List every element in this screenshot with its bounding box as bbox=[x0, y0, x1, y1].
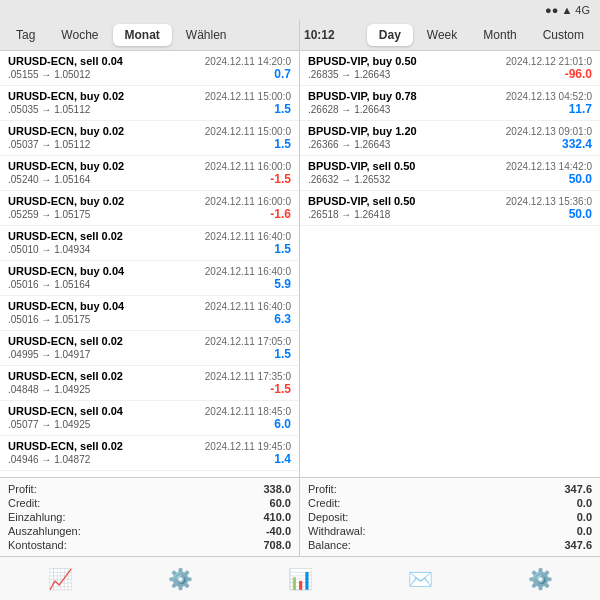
trade-time: 2024.12.11 19:45:0 bbox=[205, 441, 291, 452]
trade-name: URUSD-ECN, sell 0.02 bbox=[8, 335, 123, 347]
trade-profit: 11.7 bbox=[569, 102, 592, 116]
trade-prices: .05016 → 1.05175 bbox=[8, 314, 90, 325]
right-tab-month[interactable]: Month bbox=[471, 24, 528, 46]
trade-prices: .05035 → 1.05112 bbox=[8, 104, 90, 115]
trade-prices: .26632 → 1.26532 bbox=[308, 174, 390, 185]
trade-prices: .05010 → 1.04934 bbox=[8, 244, 90, 255]
trade-item: URUSD-ECN, buy 0.04 2024.12.11 16:40:0 .… bbox=[0, 261, 299, 296]
trade-time: 2024.12.11 16:00:0 bbox=[205, 161, 291, 172]
trade-time: 2024.12.13 14:42:0 bbox=[506, 161, 592, 172]
trade-time: 2024.12.11 17:35:0 bbox=[205, 371, 291, 382]
summary-value: 347.6 bbox=[564, 483, 592, 495]
trade-name: URUSD-ECN, buy 0.02 bbox=[8, 195, 124, 207]
trade-name: URUSD-ECN, sell 0.02 bbox=[8, 230, 123, 242]
trade-prices: .05155 → 1.05012 bbox=[8, 69, 90, 80]
summary-row: Credit:60.0 bbox=[8, 496, 291, 510]
trade-profit: 332.4 bbox=[562, 137, 592, 151]
trade-time: 2024.12.11 18:45:0 bbox=[205, 406, 291, 417]
summary-value: 0.0 bbox=[577, 497, 592, 509]
trade-time: 2024.12.11 16:40:0 bbox=[205, 266, 291, 277]
trade-profit: -1.6 bbox=[270, 207, 291, 221]
trade-profit: -96.0 bbox=[565, 67, 592, 81]
trade-item: URUSD-ECN, sell 0.02 2024.12.11 19:45:0 … bbox=[0, 436, 299, 471]
summary-value: 410.0 bbox=[263, 511, 291, 523]
trade-item: URUSD-ECN, sell 0.02 2024.12.11 17:05:0 … bbox=[0, 331, 299, 366]
trade-time: 2024.12.12 21:01:0 bbox=[506, 56, 592, 67]
trade-item: URUSD-ECN, buy 0.02 2024.12.11 15:00:0 .… bbox=[0, 121, 299, 156]
trade-prices: .05077 → 1.04925 bbox=[8, 419, 90, 430]
trade-prices: .05037 → 1.05112 bbox=[8, 139, 90, 150]
right-panel: 10:12 DayWeekMonthCustom BPUSD-VIP, buy … bbox=[300, 20, 600, 556]
mail-icon[interactable]: ✉️ bbox=[400, 559, 441, 599]
top-bar: ●● ▲ 4G bbox=[0, 0, 600, 20]
trade-profit: 1.5 bbox=[274, 137, 291, 151]
summary-label: Deposit: bbox=[308, 511, 348, 523]
trade-profit: -1.5 bbox=[270, 172, 291, 186]
left-tab-tag[interactable]: Tag bbox=[4, 24, 47, 46]
left-tab-monat[interactable]: Monat bbox=[113, 24, 172, 46]
summary-value: 347.6 bbox=[564, 539, 592, 551]
right-tab-custom[interactable]: Custom bbox=[531, 24, 596, 46]
trade-name: BPUSD-VIP, buy 1.20 bbox=[308, 125, 417, 137]
right-trade-list: BPUSD-VIP, buy 0.50 2024.12.12 21:01:0 .… bbox=[300, 51, 600, 477]
left-tab-wählen[interactable]: Wählen bbox=[174, 24, 239, 46]
summary-label: Profit: bbox=[308, 483, 337, 495]
trade-item: URUSD-ECN, sell 0.04 2024.12.11 18:45:0 … bbox=[0, 401, 299, 436]
trade-prices: .04946 → 1.04872 bbox=[8, 454, 90, 465]
trade-name: URUSD-ECN, buy 0.02 bbox=[8, 90, 124, 102]
trade-prices: .26518 → 1.26418 bbox=[308, 209, 390, 220]
summary-row: Auszahlungen:-40.0 bbox=[8, 524, 291, 538]
trade-profit: 1.5 bbox=[274, 347, 291, 361]
right-tab-bar: DayWeekMonthCustom bbox=[367, 24, 596, 46]
settings-icon[interactable]: ⚙️ bbox=[520, 559, 561, 599]
trade-item: URUSD-ECN, sell 0.02 2024.12.11 17:35:0 … bbox=[0, 366, 299, 401]
left-tab-woche[interactable]: Woche bbox=[49, 24, 110, 46]
right-tab-day[interactable]: Day bbox=[367, 24, 413, 46]
right-tab-week[interactable]: Week bbox=[415, 24, 469, 46]
right-trade-item: BPUSD-VIP, sell 0.50 2024.12.13 14:42:0 … bbox=[300, 156, 600, 191]
trade-item: URUSD-ECN, sell 0.02 2024.12.11 16:40:0 … bbox=[0, 226, 299, 261]
summary-label: Withdrawal: bbox=[308, 525, 365, 537]
right-trade-item: BPUSD-VIP, buy 1.20 2024.12.13 09:01:0 .… bbox=[300, 121, 600, 156]
trade-prices: .26628 → 1.26643 bbox=[308, 104, 390, 115]
chart-icon[interactable]: 📈 bbox=[40, 559, 81, 599]
trade-item: URUSD-ECN, sell 0.04 2024.12.11 14:20:0 … bbox=[0, 51, 299, 86]
summary-row: Profit:338.0 bbox=[8, 482, 291, 496]
trade-name: URUSD-ECN, sell 0.04 bbox=[8, 405, 123, 417]
trade-time: 2024.12.13 09:01:0 bbox=[506, 126, 592, 137]
trade-time: 2024.12.11 17:05:0 bbox=[205, 336, 291, 347]
trade-profit: -1.5 bbox=[270, 382, 291, 396]
right-trade-item: BPUSD-VIP, sell 0.50 2024.12.13 15:36:0 … bbox=[300, 191, 600, 226]
trade-time: 2024.12.13 04:52:0 bbox=[506, 91, 592, 102]
trade-prices: .04995 → 1.04917 bbox=[8, 349, 90, 360]
summary-value: 60.0 bbox=[270, 497, 291, 509]
trade-prices: .04848 → 1.04925 bbox=[8, 384, 90, 395]
summary-label: Balance: bbox=[308, 539, 351, 551]
trade-time: 2024.12.11 16:40:0 bbox=[205, 231, 291, 242]
right-trade-item: BPUSD-VIP, buy 0.78 2024.12.13 04:52:0 .… bbox=[300, 86, 600, 121]
trade-time: 2024.12.13 15:36:0 bbox=[506, 196, 592, 207]
trade-name: BPUSD-VIP, buy 0.50 bbox=[308, 55, 417, 67]
summary-label: Credit: bbox=[8, 497, 40, 509]
trade-profit: 50.0 bbox=[569, 207, 592, 221]
summary-label: Profit: bbox=[8, 483, 37, 495]
summary-label: Credit: bbox=[308, 497, 340, 509]
right-summary-row: Withdrawal:0.0 bbox=[308, 524, 592, 538]
analytics-icon[interactable]: 📊 bbox=[280, 559, 321, 599]
summary-row: Einzahlung:410.0 bbox=[8, 510, 291, 524]
trade-profit: 1.4 bbox=[274, 452, 291, 466]
trade-item: URUSD-ECN, buy 0.02 2024.12.11 16:00:0 .… bbox=[0, 191, 299, 226]
right-summary-row: Deposit:0.0 bbox=[308, 510, 592, 524]
trade-prices: .05016 → 1.05164 bbox=[8, 279, 90, 290]
trade-time: 2024.12.11 14:20:0 bbox=[205, 56, 291, 67]
summary-label: Auszahlungen: bbox=[8, 525, 81, 537]
trades-icon[interactable]: ⚙️ bbox=[160, 559, 201, 599]
trade-item: URUSD-ECN, buy 0.04 2024.12.11 16:40:0 .… bbox=[0, 296, 299, 331]
left-panel: TagWocheMonatWählen URUSD-ECN, sell 0.04… bbox=[0, 20, 300, 556]
left-trade-list: URUSD-ECN, sell 0.04 2024.12.11 14:20:0 … bbox=[0, 51, 299, 477]
trade-name: URUSD-ECN, buy 0.02 bbox=[8, 125, 124, 137]
right-trade-item: BPUSD-VIP, buy 0.50 2024.12.12 21:01:0 .… bbox=[300, 51, 600, 86]
trade-prices: .26366 → 1.26643 bbox=[308, 139, 390, 150]
right-header: 10:12 DayWeekMonthCustom bbox=[300, 20, 600, 51]
summary-value: 338.0 bbox=[263, 483, 291, 495]
